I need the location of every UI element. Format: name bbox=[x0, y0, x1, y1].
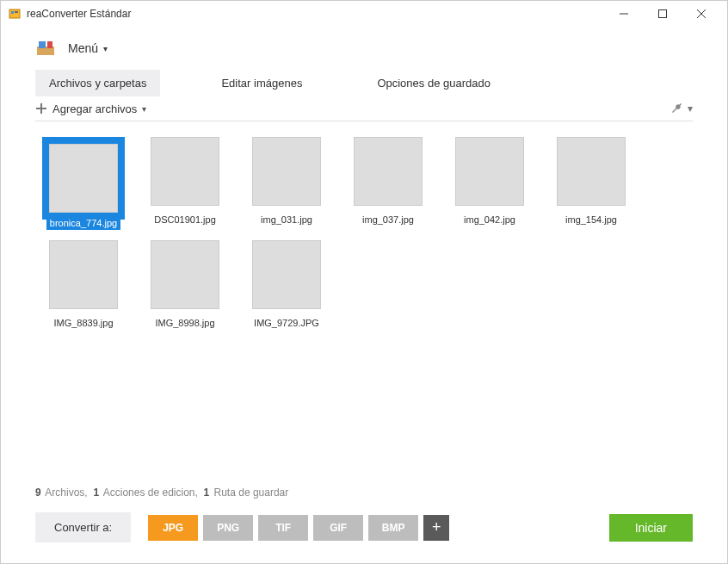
thumbnail-image bbox=[557, 137, 626, 206]
format-group: JPGPNGTIFGIFBMP+ bbox=[148, 515, 449, 541]
format-gif[interactable]: GIF bbox=[313, 515, 363, 541]
file-thumbnail[interactable]: DSC01901.jpg bbox=[144, 137, 226, 230]
file-thumbnail[interactable]: img_037.jpg bbox=[347, 137, 429, 230]
tab-save-options[interactable]: Opciones de guardado bbox=[363, 70, 504, 96]
format-bmp[interactable]: BMP bbox=[368, 515, 418, 541]
file-thumbnail[interactable]: IMG_9729.JPG bbox=[245, 240, 328, 328]
start-button[interactable]: Iniciar bbox=[609, 514, 693, 542]
settings-button[interactable]: ▾ bbox=[670, 102, 693, 115]
file-name: IMG_8998.jpg bbox=[155, 318, 214, 328]
file-name: img_042.jpg bbox=[464, 214, 515, 225]
add-files-button[interactable]: Agregar archivos ▾ bbox=[35, 102, 146, 115]
svg-rect-9 bbox=[47, 41, 52, 48]
tab-edit-images[interactable]: Editar imágenes bbox=[207, 70, 316, 96]
svg-rect-0 bbox=[9, 9, 20, 18]
maximize-button[interactable] bbox=[643, 2, 682, 26]
file-grid: bronica_774.jpgDSC01901.jpgimg_031.jpgim… bbox=[1, 130, 727, 480]
file-thumbnail[interactable]: IMG_8839.jpg bbox=[42, 240, 125, 328]
menu-bar: Menú ▾ bbox=[1, 27, 727, 70]
menu-dropdown[interactable]: Menú ▾ bbox=[68, 41, 108, 55]
file-name: img_031.jpg bbox=[261, 214, 312, 225]
file-name: IMG_8839.jpg bbox=[53, 318, 113, 328]
minimize-button[interactable] bbox=[604, 2, 643, 26]
thumbnail-image bbox=[252, 137, 321, 206]
thumbnail-image bbox=[252, 240, 321, 309]
file-thumbnail[interactable]: img_031.jpg bbox=[245, 137, 328, 230]
window-title: reaConverter Estándar bbox=[27, 8, 131, 20]
svg-rect-2 bbox=[15, 11, 18, 13]
thumbnail-image bbox=[354, 137, 423, 206]
app-logo-icon bbox=[35, 38, 56, 59]
status-save-label: Ruta de guardar bbox=[214, 487, 289, 499]
format-jpg[interactable]: JPG bbox=[148, 515, 198, 541]
status-actions-count: 1 bbox=[93, 487, 99, 499]
thumbnail-image bbox=[49, 240, 118, 309]
file-thumbnail[interactable]: img_042.jpg bbox=[448, 137, 531, 230]
add-files-label: Agregar archivos bbox=[52, 102, 137, 115]
thumbnail-image bbox=[151, 137, 219, 206]
thumbnail-image bbox=[49, 144, 118, 213]
thumbnail-image bbox=[151, 240, 219, 309]
tab-bar: Archivos y carpetas Editar imágenes Opci… bbox=[1, 70, 727, 96]
bottom-bar: Convertir a: JPGPNGTIFGIFBMP+ Iniciar bbox=[1, 512, 727, 563]
toolbar: Agregar archivos ▾ ▾ bbox=[1, 96, 727, 119]
menu-label: Menú bbox=[68, 41, 98, 55]
status-bar: 9 Archivos, 1 Acciones de edicion, 1 Rut… bbox=[1, 480, 727, 512]
add-format-button[interactable]: + bbox=[423, 515, 449, 541]
file-name: bronica_774.jpg bbox=[46, 216, 120, 230]
file-thumbnail[interactable]: img_154.jpg bbox=[550, 137, 632, 230]
svg-rect-8 bbox=[39, 41, 46, 48]
app-icon bbox=[8, 7, 22, 21]
tab-files[interactable]: Archivos y carpetas bbox=[35, 70, 160, 96]
svg-rect-1 bbox=[11, 11, 14, 14]
chevron-down-icon: ▾ bbox=[142, 104, 146, 114]
chevron-down-icon: ▾ bbox=[688, 102, 693, 115]
convert-to-label: Convertir a: bbox=[35, 512, 131, 542]
plus-icon bbox=[35, 102, 47, 115]
status-actions-label: Acciones de edicion, bbox=[103, 487, 198, 499]
status-file-count: 9 bbox=[35, 487, 41, 499]
file-thumbnail[interactable]: IMG_8998.jpg bbox=[144, 240, 226, 328]
title-bar: reaConverter Estándar bbox=[1, 1, 727, 27]
format-tif[interactable]: TIF bbox=[258, 515, 308, 541]
format-png[interactable]: PNG bbox=[203, 515, 253, 541]
close-button[interactable] bbox=[682, 2, 720, 26]
file-name: DSC01901.jpg bbox=[154, 214, 216, 225]
divider bbox=[35, 121, 693, 121]
status-files-label: Archivos, bbox=[45, 487, 87, 499]
status-save-count: 1 bbox=[204, 487, 210, 499]
svg-rect-4 bbox=[658, 10, 666, 18]
file-thumbnail[interactable]: bronica_774.jpg bbox=[42, 137, 125, 230]
file-name: img_154.jpg bbox=[565, 214, 617, 225]
chevron-down-icon: ▾ bbox=[103, 44, 108, 53]
file-name: IMG_9729.JPG bbox=[254, 318, 319, 328]
file-name: img_037.jpg bbox=[362, 214, 414, 225]
thumbnail-image bbox=[455, 137, 524, 206]
